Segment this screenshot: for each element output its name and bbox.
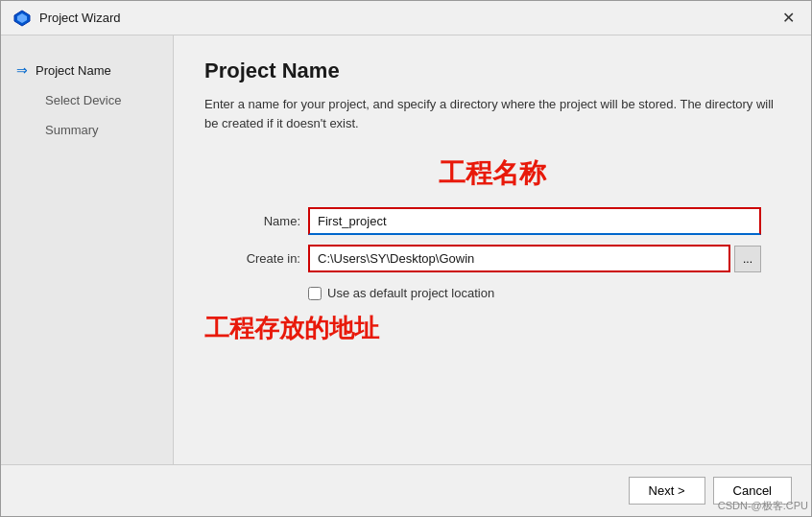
sidebar-label-project-name: Project Name (36, 63, 111, 78)
create-in-label: Create in: (224, 251, 300, 266)
default-location-checkbox[interactable] (308, 287, 322, 300)
sidebar-item-project-name[interactable]: ⇒ Project Name (1, 55, 173, 85)
form-area: Name: Create in: ... (224, 207, 761, 300)
name-row: Name: (224, 207, 761, 235)
sidebar-label-select-device: Select Device (45, 93, 121, 107)
name-input-wrapper (308, 207, 761, 235)
title-bar: Project Wizard ✕ (1, 1, 811, 35)
page-description: Enter a name for your project, and speci… (204, 95, 780, 132)
sidebar-item-summary[interactable]: Summary (1, 115, 173, 145)
title-bar-left: Project Wizard (12, 9, 121, 28)
close-button[interactable]: ✕ (776, 7, 800, 30)
watermark: CSDN-@极客:CPU (718, 499, 808, 513)
active-arrow-icon: ⇒ (16, 62, 28, 78)
sidebar-item-select-device[interactable]: Select Device (1, 85, 173, 115)
main-panel: Project Name Enter a name for your proje… (174, 35, 811, 464)
annotation-bottom: 工程存放的地址 (204, 312, 780, 345)
project-wizard-dialog: Project Wizard ✕ ⇒ Project Name Select D… (0, 0, 812, 517)
footer: Next > Cancel (1, 464, 811, 516)
dialog-title: Project Wizard (39, 11, 121, 25)
name-label: Name: (224, 214, 300, 228)
browse-button[interactable]: ... (734, 246, 761, 272)
checkbox-row: Use as default project location (308, 286, 761, 300)
dialog-content: ⇒ Project Name Select Device Summary Pro… (1, 35, 811, 464)
sidebar-label-summary: Summary (45, 123, 99, 137)
create-in-row: Create in: ... (224, 245, 761, 272)
app-icon (12, 9, 32, 28)
sidebar: ⇒ Project Name Select Device Summary (1, 35, 174, 464)
path-input-wrapper (308, 245, 730, 272)
name-input[interactable] (310, 209, 759, 233)
checkbox-label[interactable]: Use as default project location (327, 286, 494, 300)
path-input[interactable] (310, 247, 728, 270)
path-row-container: ... (308, 245, 761, 272)
page-title: Project Name (204, 59, 780, 83)
annotation-top: 工程名称 (204, 155, 780, 192)
next-button[interactable]: Next > (629, 477, 705, 505)
